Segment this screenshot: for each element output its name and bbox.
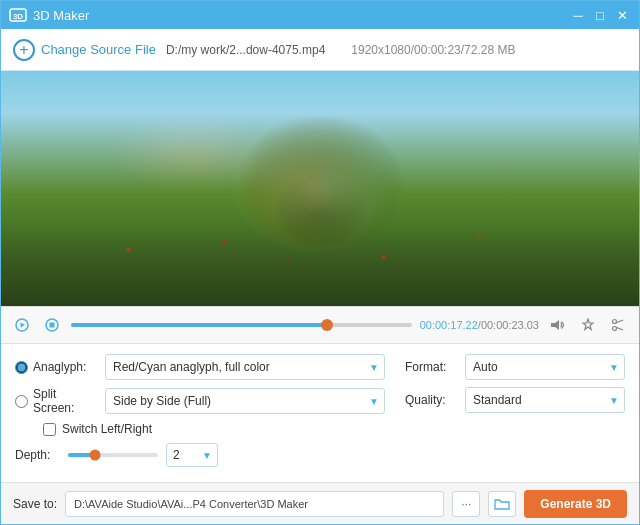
switch-checkbox[interactable]: [43, 423, 56, 436]
video-area: [1, 71, 639, 306]
anaglyph-cyan-layer: [1, 71, 639, 306]
anaglyph-radio[interactable]: [15, 361, 28, 374]
svg-point-8: [613, 327, 617, 331]
switch-label: Switch Left/Right: [62, 422, 152, 436]
anaglyph-select-wrapper: Red/Cyan anaglyph, full color Red/Cyan a…: [105, 354, 385, 380]
header-bar: + Change Source File D:/my work/2...dow-…: [1, 29, 639, 71]
depth-label: Depth:: [15, 448, 60, 462]
star-effects-button[interactable]: [577, 314, 599, 336]
time-display: 00:00:17.22/00:00:23.03: [420, 319, 539, 331]
cut-button[interactable]: [607, 314, 629, 336]
svg-line-10: [616, 327, 623, 330]
change-source-label: Change Source File: [41, 42, 156, 57]
depth-row: Depth: 1 2 3 4 5 ▼: [15, 443, 385, 467]
generate-3d-button[interactable]: Generate 3D: [524, 490, 627, 518]
file-path: D:/my work/2...dow-4075.mp4: [166, 43, 325, 57]
format-select-wrapper: Auto MP4 AVI MKV ▼: [465, 354, 625, 380]
split-screen-row: Split Screen: Side by Side (Full) Side b…: [15, 387, 385, 415]
progress-bar[interactable]: [71, 323, 412, 327]
progress-thumb[interactable]: [321, 319, 333, 331]
title-bar: 3D 3D Maker ─ □ ✕: [1, 1, 639, 29]
anaglyph-select[interactable]: Red/Cyan anaglyph, full color Red/Cyan a…: [105, 354, 385, 380]
svg-marker-3: [21, 323, 26, 328]
volume-button[interactable]: [547, 314, 569, 336]
browse-button[interactable]: ···: [452, 491, 480, 517]
svg-rect-5: [50, 323, 55, 328]
anaglyph-label: Anaglyph:: [33, 360, 86, 374]
options-right: Format: Auto MP4 AVI MKV ▼ Quality:: [405, 354, 625, 474]
preview-flowers: [1, 200, 639, 271]
controls-bar: 00:00:17.22/00:00:23.03: [1, 306, 639, 344]
depth-select[interactable]: 1 2 3 4 5: [166, 443, 218, 467]
window-controls: ─ □ ✕: [569, 6, 631, 24]
options-left: Anaglyph: Red/Cyan anaglyph, full color …: [15, 354, 385, 474]
video-preview: [1, 71, 639, 306]
add-circle-icon: +: [13, 39, 35, 61]
depth-select-wrapper: 1 2 3 4 5 ▼: [166, 443, 218, 467]
split-screen-label: Split Screen:: [33, 387, 97, 415]
time-total: 00:00:23.03: [481, 319, 539, 331]
svg-marker-6: [551, 320, 559, 330]
stop-button[interactable]: [41, 314, 63, 336]
quality-row: Quality: Standard High Ultra ▼: [405, 387, 625, 413]
minimize-button[interactable]: ─: [569, 6, 587, 24]
anaglyph-row: Anaglyph: Red/Cyan anaglyph, full color …: [15, 354, 385, 380]
split-screen-select-wrapper: Side by Side (Full) Side by Side (Half) …: [105, 388, 385, 414]
options-grid: Anaglyph: Red/Cyan anaglyph, full color …: [15, 354, 625, 474]
depth-slider-thumb[interactable]: [90, 450, 101, 461]
file-meta: 1920x1080/00:00:23/72.28 MB: [351, 43, 515, 57]
svg-text:3D: 3D: [13, 12, 23, 21]
options-panel: Anaglyph: Red/Cyan anaglyph, full color …: [1, 344, 639, 482]
svg-point-7: [613, 320, 617, 324]
maximize-button[interactable]: □: [591, 6, 609, 24]
time-current: 00:00:17.22: [420, 319, 478, 331]
format-label: Format:: [405, 360, 457, 374]
svg-line-9: [616, 320, 623, 323]
quality-select[interactable]: Standard High Ultra: [465, 387, 625, 413]
split-screen-select[interactable]: Side by Side (Full) Side by Side (Half) …: [105, 388, 385, 414]
close-button[interactable]: ✕: [613, 6, 631, 24]
split-screen-radio-label[interactable]: Split Screen:: [15, 387, 97, 415]
change-source-button[interactable]: + Change Source File: [13, 39, 156, 61]
save-label: Save to:: [13, 497, 57, 511]
save-bar: Save to: ··· Generate 3D: [1, 482, 639, 524]
format-row: Format: Auto MP4 AVI MKV ▼: [405, 354, 625, 380]
quality-label: Quality:: [405, 393, 457, 407]
app-title: 3D Maker: [33, 8, 569, 23]
app-icon: 3D: [9, 6, 27, 24]
depth-slider[interactable]: [68, 453, 158, 457]
switch-checkbox-row: Switch Left/Right: [15, 422, 385, 436]
play-button[interactable]: [11, 314, 33, 336]
progress-fill: [71, 323, 327, 327]
save-path-input[interactable]: [65, 491, 444, 517]
quality-select-wrapper: Standard High Ultra ▼: [465, 387, 625, 413]
format-select[interactable]: Auto MP4 AVI MKV: [465, 354, 625, 380]
main-window: 3D 3D Maker ─ □ ✕ + Change Source File D…: [0, 0, 640, 525]
open-folder-button[interactable]: [488, 491, 516, 517]
split-screen-radio[interactable]: [15, 395, 28, 408]
anaglyph-radio-label[interactable]: Anaglyph:: [15, 360, 97, 374]
